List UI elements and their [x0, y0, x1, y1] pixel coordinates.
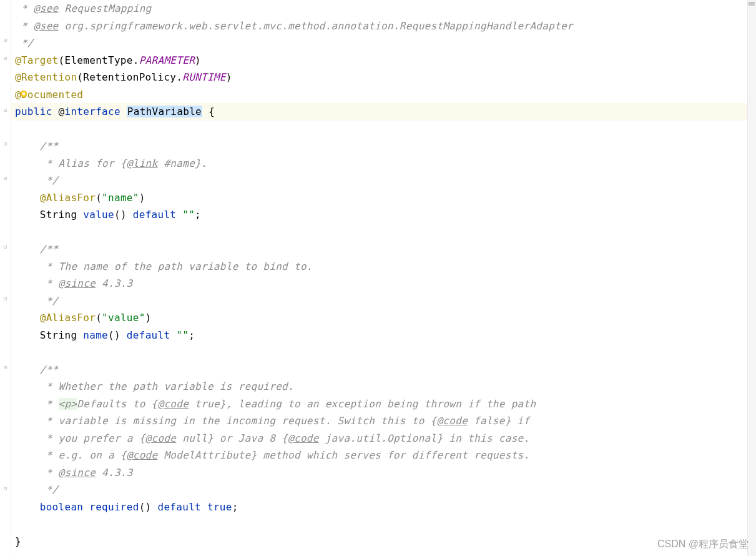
- code-line: * Whether the path variable is required.: [15, 378, 756, 395]
- intention-bulb-icon[interactable]: [19, 89, 28, 97]
- code-line: * @see RequestMapping: [15, 0, 756, 17]
- scroll-marker-icon: [749, 2, 755, 6]
- fold-end-icon[interactable]: ⊟: [4, 37, 9, 42]
- scrollbar[interactable]: [747, 0, 756, 556]
- code-line: */: [15, 172, 756, 189]
- code-line: * variable is missing in the incoming re…: [15, 412, 756, 430]
- code-line: @Documented: [15, 86, 756, 104]
- fold-end-icon[interactable]: ⊟: [4, 176, 9, 181]
- svg-point-1: [22, 92, 25, 95]
- fold-end-icon[interactable]: ⊟: [4, 486, 9, 491]
- code-line: */: [15, 34, 756, 52]
- code-line: */: [15, 481, 756, 499]
- code-line: String value() default "";: [15, 206, 756, 224]
- code-line: /**: [15, 241, 756, 258]
- editor-container: ⊟ ⊟ ⊟ ⊟ ⊟ ⊟ ⊟ ⊟ ⊟ * @see RequestMapping …: [0, 0, 756, 556]
- gutter: ⊟ ⊟ ⊟ ⊟ ⊟ ⊟ ⊟ ⊟ ⊟: [0, 0, 11, 556]
- code-line: @AliasFor("name"): [15, 189, 756, 207]
- code-line: /**: [15, 137, 756, 155]
- code-line: @AliasFor("value"): [15, 309, 756, 327]
- code-line: * @since 4.3.3: [15, 464, 756, 482]
- code-line: * The name of the path variable to bind …: [15, 258, 756, 276]
- code-line-current: public @interface PathVariable {: [11, 103, 756, 121]
- code-line: String name() default "";: [15, 327, 756, 344]
- code-line: [15, 121, 756, 138]
- code-line: */: [15, 292, 756, 310]
- code-line: * @see org.springframework.web.servlet.m…: [15, 17, 756, 35]
- fold-start-icon[interactable]: ⊟: [4, 56, 9, 61]
- code-line: [15, 224, 756, 241]
- fold-start-icon[interactable]: ⊟: [4, 141, 9, 146]
- code-line: * you prefer a {@code null} or Java 8 {@…: [15, 430, 756, 447]
- code-line: @Retention(RetentionPolicy.RUNTIME): [15, 69, 756, 86]
- code-line: * <p>Defaults to {@code true}, leading t…: [15, 395, 756, 413]
- code-line: @Target(ElementType.PARAMETER): [15, 52, 756, 69]
- fold-start-icon[interactable]: ⊟: [4, 244, 9, 249]
- code-line: }: [15, 533, 756, 550]
- code-line: [15, 515, 756, 533]
- code-line: * e.g. on a {@code ModelAttribute} metho…: [15, 447, 756, 464]
- class-name-selection: PathVariable: [127, 106, 202, 117]
- code-area[interactable]: * @see RequestMapping * @see org.springf…: [11, 0, 756, 556]
- code-line: /**: [15, 361, 756, 379]
- code-line: boolean required() default true;: [15, 499, 756, 516]
- code-line: [15, 344, 756, 361]
- fold-start-icon[interactable]: ⊟: [4, 365, 9, 370]
- fold-end-icon[interactable]: ⊟: [4, 296, 9, 301]
- fold-start-icon[interactable]: ⊟: [4, 107, 9, 112]
- code-line: * Alias for {@link #name}.: [15, 155, 756, 172]
- code-line: * @since 4.3.3: [15, 275, 756, 292]
